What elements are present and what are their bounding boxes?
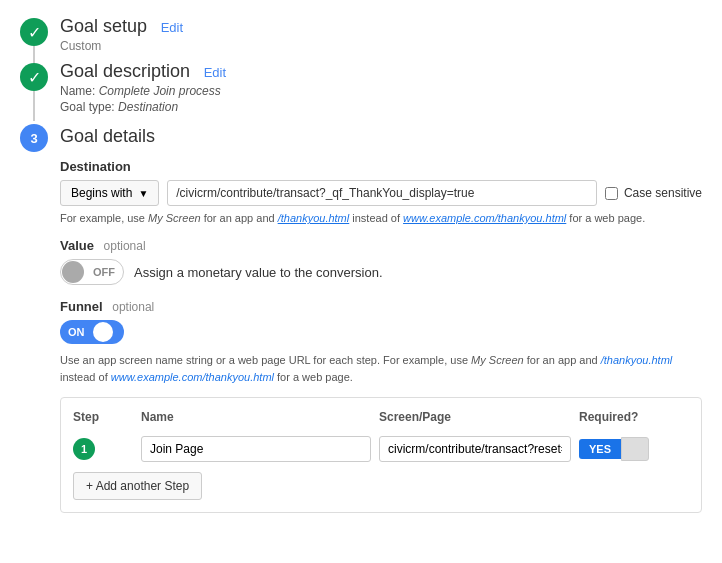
goal-setup-edit[interactable]: Edit — [161, 20, 183, 35]
toggle-off-label: OFF — [85, 262, 123, 282]
goal-description-content: Goal description Edit Name: Complete Joi… — [60, 61, 702, 114]
goal-description-type: Goal type: Destination — [60, 100, 702, 114]
funnel-hint: Use an app screen name string or a web p… — [60, 352, 702, 385]
goal-setup-title: Goal setup — [60, 16, 147, 36]
add-step-button[interactable]: + Add another Step — [73, 472, 202, 500]
step2-indicator: ✓ — [20, 63, 48, 91]
row-step-cell: 1 — [73, 438, 133, 460]
value-optional: optional — [104, 239, 146, 253]
type-label: Goal type: — [60, 100, 115, 114]
goal-details-content: Goal details Destination Begins with ▼ C… — [60, 126, 702, 523]
value-header: Value optional — [60, 238, 702, 253]
begins-with-button[interactable]: Begins with ▼ — [60, 180, 159, 206]
type-value: Destination — [118, 100, 178, 114]
name-value: Complete Join process — [99, 84, 221, 98]
destination-label: Destination — [60, 159, 702, 174]
funnel-toggle[interactable]: ON — [60, 320, 124, 344]
row-step-circle: 1 — [73, 438, 95, 460]
value-toggle-row: OFF Assign a monetary value to the conve… — [60, 259, 702, 285]
value-block: Value optional OFF Assign a monetary val… — [60, 238, 702, 285]
funnel-name-input[interactable] — [141, 436, 371, 462]
chevron-down-icon: ▼ — [138, 188, 148, 199]
funnel-optional: optional — [112, 300, 154, 314]
funnel-block: Funnel optional ON Use an app screen nam… — [60, 299, 702, 513]
begins-with-label: Begins with — [71, 186, 132, 200]
goal-description-section: ✓ Goal description Edit Name: Complete J… — [20, 61, 702, 114]
table-row: 1 YES — [73, 436, 689, 462]
funnel-label: Funnel — [60, 299, 103, 314]
destination-input[interactable] — [167, 180, 597, 206]
goal-description-header: Goal description Edit — [60, 61, 702, 82]
funnel-table: Step Name Screen/Page Required? 1 — [60, 397, 702, 513]
goal-setup-subtitle: Custom — [60, 39, 702, 53]
toggle-knob — [62, 261, 84, 283]
destination-hint: For example, use My Screen for an app an… — [60, 212, 702, 224]
funnel-screen-input[interactable] — [379, 436, 571, 462]
goal-setup-section: ✓ Goal setup Edit Custom — [20, 16, 702, 53]
value-toggle[interactable]: OFF — [60, 259, 124, 285]
connector2 — [33, 91, 35, 121]
funnel-table-header: Step Name Screen/Page Required? — [73, 410, 689, 428]
col-step: Step — [73, 410, 133, 424]
row-screen-cell — [379, 436, 571, 462]
name-label: Name: — [60, 84, 95, 98]
value-label: Value — [60, 238, 94, 253]
goal-details-header: Goal details — [60, 126, 702, 147]
required-toggle[interactable]: YES — [579, 437, 689, 461]
step3-indicator: 3 — [20, 124, 48, 152]
destination-block: Destination Begins with ▼ Case sensitive… — [60, 159, 702, 224]
goal-description-name: Name: Complete Join process — [60, 84, 702, 98]
goal-details-section: 3 Goal details Destination Begins with ▼… — [20, 122, 702, 523]
funnel-knob — [93, 322, 113, 342]
row-name-cell — [141, 436, 371, 462]
goal-description-title: Goal description — [60, 61, 190, 81]
case-sensitive-checkbox[interactable] — [605, 187, 618, 200]
funnel-toggle-row: ON — [60, 320, 702, 344]
case-sensitive-label: Case sensitive — [624, 186, 702, 200]
funnel-header: Funnel optional — [60, 299, 702, 314]
toggle-on-label: ON — [64, 324, 89, 340]
col-name: Name — [141, 410, 371, 424]
goal-description-edit[interactable]: Edit — [204, 65, 226, 80]
destination-row: Begins with ▼ Case sensitive — [60, 180, 702, 206]
goal-details-title: Goal details — [60, 126, 155, 146]
value-assign-label: Assign a monetary value to the conversio… — [134, 265, 383, 280]
goal-setup-content: Goal setup Edit Custom — [60, 16, 702, 53]
required-yes-label[interactable]: YES — [579, 439, 621, 459]
case-sensitive-row: Case sensitive — [605, 186, 702, 200]
step1-indicator: ✓ — [20, 18, 48, 46]
goal-setup-header: Goal setup Edit — [60, 16, 702, 37]
required-knob[interactable] — [621, 437, 649, 461]
col-screen-page: Screen/Page — [379, 410, 571, 424]
row-step-number: 1 — [81, 443, 87, 455]
col-required: Required? — [579, 410, 689, 424]
